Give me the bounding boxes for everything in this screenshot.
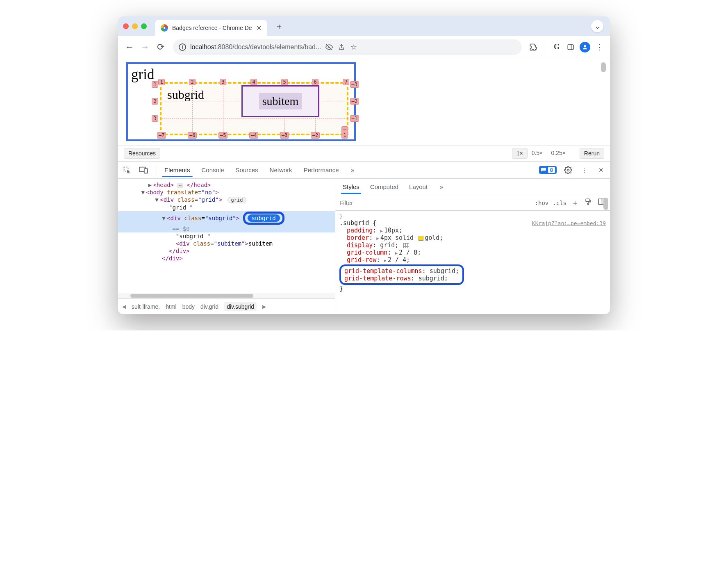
crumb-grid[interactable]: div.grid	[200, 303, 218, 310]
zoom-1x[interactable]: 1×	[512, 148, 528, 159]
grid-line-number: 5	[281, 79, 288, 85]
tab-network[interactable]: Network	[267, 163, 295, 177]
elements-h-scrollbar[interactable]	[118, 293, 335, 298]
grid-line-number: –4	[249, 132, 258, 139]
grid-line-number: –1	[350, 115, 359, 122]
grid-badge[interactable]: grid	[228, 197, 247, 203]
new-tab-button[interactable]: ＋	[273, 20, 285, 32]
google-shortcut-icon[interactable]: G	[552, 42, 562, 52]
inspect-element-icon[interactable]	[122, 165, 132, 175]
grid-line-number: –3	[280, 132, 289, 139]
url-text: localhost:8080/docs/devtools/elements/ba…	[190, 43, 321, 51]
tab-styles[interactable]: Styles	[341, 180, 361, 194]
settings-gear-icon[interactable]	[563, 165, 573, 175]
more-styles-tabs-icon[interactable]: »	[437, 182, 446, 192]
resources-button[interactable]: Resources	[124, 148, 160, 159]
chrome-favicon-icon	[161, 24, 168, 32]
tab-console[interactable]: Console	[199, 163, 227, 177]
breadcrumb-right-icon[interactable]: ▶	[262, 304, 266, 310]
share-icon[interactable]	[337, 43, 346, 51]
new-style-rule-icon[interactable]: ＋	[571, 198, 580, 208]
svg-rect-6	[588, 203, 589, 205]
grid-line-number: 4	[250, 79, 257, 85]
maximize-window-button[interactable]	[141, 23, 147, 29]
hov-toggle[interactable]: :hov	[535, 200, 549, 206]
subitem-box: subitem	[241, 85, 319, 117]
browser-toolbar: ← → ⟳ i localhost:8080/docs/devtools/ele…	[118, 36, 610, 58]
styles-filter-input[interactable]	[339, 199, 531, 206]
close-tab-icon[interactable]: ✕	[256, 24, 262, 32]
site-info-icon[interactable]: i	[179, 43, 186, 51]
zoom-025x[interactable]: 0.25×	[547, 148, 569, 159]
grid-editor-icon[interactable]	[403, 243, 409, 248]
svg-rect-0	[568, 45, 573, 50]
rule-selector[interactable]: .subgrid {	[339, 219, 376, 227]
reload-button[interactable]: ⟳	[155, 41, 166, 53]
tab-performance[interactable]: Performance	[301, 163, 341, 177]
grid-line-number: –6	[188, 132, 197, 139]
close-window-button[interactable]	[123, 23, 129, 29]
crumb-body[interactable]: body	[182, 303, 195, 310]
window-controls	[123, 23, 147, 29]
grid-line-number: –3	[350, 81, 359, 88]
zoom-options: 1× 0.5× 0.25×	[512, 148, 570, 159]
paint-icon[interactable]	[584, 198, 593, 207]
rule-source-link[interactable]: KKrajpZ?ani…pe=embed:39	[532, 220, 606, 226]
grid-line-number: 3	[152, 115, 158, 122]
dom-tree[interactable]: ▶<head> ⋯ </head> ▼<body translate="no">…	[118, 179, 335, 293]
browser-tab[interactable]: Badges reference - Chrome De ✕	[155, 20, 267, 36]
selected-dom-node[interactable]: ▼<div class="subgrid"> subgrid	[118, 211, 335, 225]
subgrid-label: subgrid	[167, 88, 204, 102]
crumb-html[interactable]: html	[166, 303, 176, 310]
zoom-05x[interactable]: 0.5×	[528, 148, 547, 159]
issues-badge[interactable]: 8	[539, 166, 557, 174]
crumb-subgrid[interactable]: div.subgrid	[224, 302, 257, 311]
bookmark-star-icon[interactable]: ☆	[350, 43, 358, 52]
styles-tabs: Styles Computed Layout »	[335, 179, 610, 195]
tab-elements[interactable]: Elements	[162, 163, 193, 177]
elements-panel: ▶<head> ⋯ </head> ▼<body translate="no">…	[118, 179, 335, 314]
subitem-label: subitem	[259, 93, 302, 109]
grid-line-number: 7	[343, 79, 349, 85]
profile-avatar[interactable]	[580, 42, 590, 52]
sidepanel-icon[interactable]	[566, 42, 576, 52]
toolbar-divider	[545, 43, 545, 52]
subgrid-props-annotation: grid-template-columns: subgrid; grid-tem…	[339, 264, 464, 285]
breadcrumb-left-icon[interactable]: ◀	[122, 304, 126, 310]
chrome-menu-icon[interactable]: ⋮	[594, 42, 604, 52]
grid-line-number: –2	[311, 132, 320, 139]
close-devtools-icon[interactable]: ✕	[596, 165, 606, 175]
styles-rules[interactable]: } .subgrid { KKrajpZ?ani…pe=embed:39 pad…	[335, 211, 610, 314]
grid-line-number: –5	[218, 132, 228, 139]
grid-line-number: –7	[157, 132, 166, 139]
more-tabs-icon[interactable]: »	[348, 165, 358, 175]
styles-panel: Styles Computed Layout » :hov .cls ＋	[335, 179, 610, 314]
grid-line-number: 2	[152, 98, 158, 105]
grid-line-number: 6	[312, 79, 318, 85]
tab-strip: Badges reference - Chrome De ✕ ＋ ⌄	[118, 16, 610, 36]
devtools-menu-icon[interactable]: ⋮	[580, 165, 589, 175]
styles-scrollbar[interactable]	[603, 198, 608, 210]
minimize-window-button[interactable]	[132, 23, 138, 29]
page-scrollbar[interactable]	[601, 62, 606, 72]
tab-layout[interactable]: Layout	[407, 180, 429, 194]
tabs-dropdown-button[interactable]: ⌄	[591, 20, 603, 32]
address-bar[interactable]: i localhost:8080/docs/devtools/elements/…	[173, 39, 522, 55]
rerun-button[interactable]: Rerun	[580, 148, 604, 159]
back-button[interactable]: ←	[124, 41, 135, 53]
device-toolbar-icon[interactable]	[139, 165, 148, 175]
page-viewport: grid 1 2 3 4 5 6 7 1 2 3 –3 –2 –1	[118, 58, 610, 141]
dom-breadcrumbs: ◀ sult-iframe. html body div.grid div.su…	[118, 298, 335, 314]
crumb-iframe[interactable]: sult-iframe.	[132, 303, 160, 310]
cls-toggle[interactable]: .cls	[553, 200, 566, 206]
subgrid-badge[interactable]: subgrid	[248, 214, 280, 222]
issues-count: 8	[548, 167, 555, 173]
color-swatch-gold[interactable]	[419, 236, 423, 241]
extensions-icon[interactable]	[528, 42, 538, 52]
eye-off-icon[interactable]	[325, 43, 333, 51]
tab-sources[interactable]: Sources	[233, 163, 261, 177]
tab-computed[interactable]: Computed	[369, 180, 400, 194]
tab-title: Badges reference - Chrome De	[172, 25, 252, 31]
forward-button[interactable]: →	[139, 41, 151, 53]
devtools-tabs: Elements Console Sources Network Perform…	[118, 162, 610, 179]
